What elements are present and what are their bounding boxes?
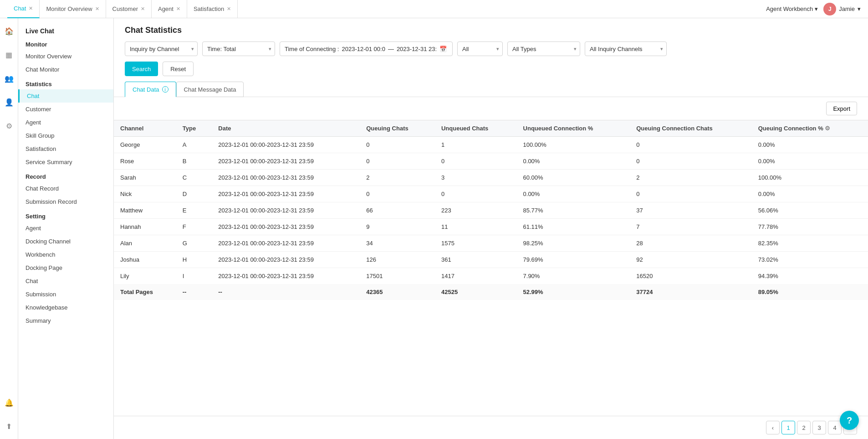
sidebar-icon-upload[interactable]: ⬆ bbox=[2, 419, 16, 434]
reset-button[interactable]: Reset bbox=[163, 62, 194, 76]
sidebar-icon-home[interactable]: 🏠 bbox=[2, 24, 16, 38]
tab-chat-message-data[interactable]: Chat Message Data bbox=[176, 82, 244, 97]
cell-queuing: 17501 bbox=[360, 268, 435, 284]
cell-unqueued: 0 bbox=[435, 186, 517, 202]
table-row: Matthew E 2023-12-01 00:00-2023-12-31 23… bbox=[114, 202, 868, 219]
pagination-page-1[interactable]: 1 bbox=[781, 421, 795, 434]
cell-channel: Alan bbox=[114, 235, 176, 252]
all-select[interactable]: All bbox=[457, 41, 503, 56]
sidebar-item-setting-chat[interactable]: Chat bbox=[18, 274, 113, 288]
tab-chat[interactable]: Chat ✕ bbox=[7, 0, 40, 18]
sidebar-item-submission-record[interactable]: Submission Record bbox=[18, 195, 113, 208]
tab-monitor-overview-label: Monitor Overview bbox=[46, 5, 92, 12]
tab-satisfaction[interactable]: Satisfaction ✕ bbox=[187, 0, 238, 18]
sidebar-item-skill-group[interactable]: Skill Group bbox=[18, 129, 113, 142]
sidebar-icon-bell[interactable]: 🔔 bbox=[2, 395, 16, 410]
cell-unqueued-pct: 98.25% bbox=[517, 235, 630, 252]
all-wrapper: All bbox=[457, 41, 503, 56]
sidebar-item-chat[interactable]: Chat bbox=[18, 89, 113, 103]
calendar-icon[interactable]: 📅 bbox=[439, 46, 447, 52]
help-button[interactable]: ? bbox=[840, 411, 859, 430]
sidebar-item-workbench[interactable]: Workbench bbox=[18, 248, 113, 261]
cell-date: 2023-12-01 00:00-2023-12-31 23:59 bbox=[212, 186, 360, 202]
agent-workbench-dropdown[interactable]: Agent Workbench ▾ bbox=[766, 5, 818, 12]
sidebar-item-chat-record[interactable]: Chat Record bbox=[18, 182, 113, 195]
tab-customer[interactable]: Customer ✕ bbox=[106, 0, 152, 18]
sidebar-item-customer[interactable]: Customer bbox=[18, 103, 113, 116]
cell-date: 2023-12-01 00:00-2023-12-31 23:59 bbox=[212, 202, 360, 219]
tab-chat-data[interactable]: Chat Data i bbox=[125, 82, 176, 97]
sidebar-item-service-summary[interactable]: Service Summary bbox=[18, 155, 113, 169]
cell-queuing-conn-pct: 82.35% bbox=[752, 235, 868, 252]
table-row: Nick D 2023-12-01 00:00-2023-12-31 23:59… bbox=[114, 186, 868, 202]
tab-satisfaction-close[interactable]: ✕ bbox=[227, 6, 231, 12]
sidebar-item-setting-agent[interactable]: Agent bbox=[18, 222, 113, 235]
cell-date: 2023-12-01 00:00-2023-12-31 23:59 bbox=[212, 170, 360, 186]
cell-queuing-conn-pct: 77.78% bbox=[752, 219, 868, 235]
table-settings-icon[interactable]: ⚙ bbox=[825, 125, 830, 132]
sidebar-icon-person[interactable]: 👤 bbox=[2, 95, 16, 109]
pagination-page-3[interactable]: 3 bbox=[812, 421, 826, 434]
data-tabs: Chat Data i Chat Message Data bbox=[125, 82, 857, 97]
table-row: Hannah F 2023-12-01 00:00-2023-12-31 23:… bbox=[114, 219, 868, 235]
sidebar-item-chat-monitor[interactable]: Chat Monitor bbox=[18, 63, 113, 76]
sidebar-item-satisfaction[interactable]: Satisfaction bbox=[18, 142, 113, 155]
sidebar-item-submission[interactable]: Submission bbox=[18, 288, 113, 301]
avatar: J bbox=[823, 3, 836, 15]
cell-queuing: 126 bbox=[360, 252, 435, 268]
tab-agent-close[interactable]: ✕ bbox=[176, 6, 180, 12]
cell-type: B bbox=[176, 153, 212, 170]
cell-queuing: 9 bbox=[360, 219, 435, 235]
col-unqueued-connection: Unqueued Connection % bbox=[517, 120, 630, 137]
date-separator: — bbox=[388, 46, 394, 52]
tab-chat-message-data-label: Chat Message Data bbox=[184, 86, 236, 93]
icon-sidebar-bottom: 🔔 ⬆ bbox=[2, 395, 16, 434]
tab-agent[interactable]: Agent ✕ bbox=[152, 0, 187, 18]
pagination-prev[interactable]: ‹ bbox=[766, 421, 780, 434]
content-area: Chat Statistics Inquiry by Channel Time:… bbox=[114, 18, 868, 439]
tab-customer-close[interactable]: ✕ bbox=[141, 6, 145, 12]
all-types-select[interactable]: All Types bbox=[507, 41, 580, 56]
tab-chat-data-label: Chat Data bbox=[133, 86, 159, 93]
user-menu[interactable]: J Jamie ▾ bbox=[823, 3, 861, 15]
table-row: Joshua H 2023-12-01 00:00-2023-12-31 23:… bbox=[114, 252, 868, 268]
pagination-page-4[interactable]: 4 bbox=[828, 421, 842, 434]
cell-queuing-conn: 28 bbox=[630, 235, 751, 252]
cell-channel: Lily bbox=[114, 268, 176, 284]
date-range-input[interactable]: Time of Connecting : 2023-12-01 00:0 — 2… bbox=[280, 41, 453, 56]
export-button[interactable]: Export bbox=[826, 102, 857, 115]
time-type-select[interactable]: Time: Total bbox=[202, 41, 275, 56]
total-row: Total Pages -- -- 42365 42525 52.99% 377… bbox=[114, 284, 868, 300]
sidebar-icon-settings[interactable]: ⚙ bbox=[2, 119, 16, 133]
sidebar-item-monitor-overview[interactable]: Monitor Overview bbox=[18, 50, 113, 63]
col-queuing-chats: Queuing Chats bbox=[360, 120, 435, 137]
cell-type: E bbox=[176, 202, 212, 219]
cell-queuing-conn: 16520 bbox=[630, 268, 751, 284]
table-row: Lily I 2023-12-01 00:00-2023-12-31 23:59… bbox=[114, 268, 868, 284]
pagination-page-2[interactable]: 2 bbox=[797, 421, 811, 434]
sidebar-icon-people[interactable]: 👥 bbox=[2, 71, 16, 86]
sidebar-icon-grid[interactable]: ▦ bbox=[2, 47, 16, 62]
search-button[interactable]: Search bbox=[125, 62, 158, 76]
sidebar-item-docking-page[interactable]: Docking Page bbox=[18, 261, 113, 274]
all-channels-select[interactable]: All Inquiry Channels bbox=[585, 41, 667, 56]
sidebar-item-knowledgebase[interactable]: Knowledgebase bbox=[18, 301, 113, 314]
col-channel: Channel bbox=[114, 120, 176, 137]
cell-queuing-conn-pct: 56.06% bbox=[752, 202, 868, 219]
agent-workbench-label: Agent Workbench bbox=[766, 5, 813, 12]
tab-chat-close[interactable]: ✕ bbox=[29, 5, 33, 11]
cell-unqueued: 223 bbox=[435, 202, 517, 219]
tab-monitor-overview-close[interactable]: ✕ bbox=[95, 6, 99, 12]
tab-monitor-overview[interactable]: Monitor Overview ✕ bbox=[40, 0, 106, 18]
topbar-right: Agent Workbench ▾ J Jamie ▾ bbox=[766, 3, 861, 15]
topbar-tabs: Chat ✕ Monitor Overview ✕ Customer ✕ Age… bbox=[7, 0, 238, 18]
sidebar-item-summary[interactable]: Summary bbox=[18, 314, 113, 327]
nav-sidebar: Live Chat Monitor Monitor Overview Chat … bbox=[18, 18, 114, 439]
total-queuing-conn-pct: 89.05% bbox=[752, 284, 868, 300]
page-title: Chat Statistics bbox=[125, 26, 857, 35]
sidebar-item-docking-channel[interactable]: Docking Channel bbox=[18, 235, 113, 248]
cell-type: F bbox=[176, 219, 212, 235]
sidebar-item-agent[interactable]: Agent bbox=[18, 116, 113, 129]
date-start: 2023-12-01 00:0 bbox=[342, 46, 385, 52]
inquiry-by-select[interactable]: Inquiry by Channel bbox=[125, 41, 198, 56]
